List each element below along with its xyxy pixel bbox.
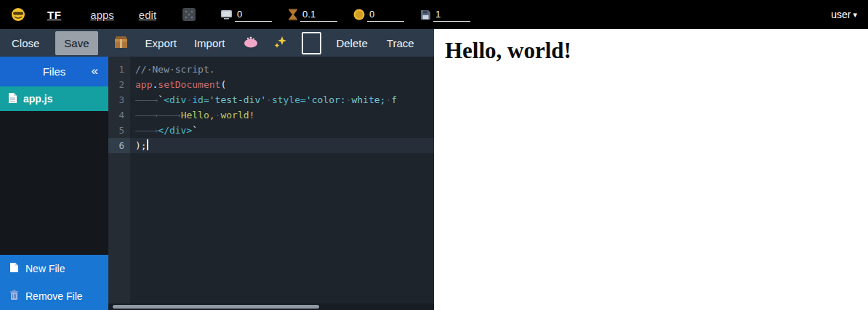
line-number: 6 <box>108 138 130 153</box>
coin-counter-value[interactable]: 0 <box>367 8 404 22</box>
save-button[interactable]: Save <box>55 31 97 55</box>
code-line[interactable]: 1//·New·script. <box>108 62 434 77</box>
hourglass-counter: 0.1 <box>288 8 337 22</box>
files-panel-title: Files <box>43 65 66 78</box>
floppy-counter-value[interactable]: 1 <box>433 8 470 22</box>
hourglass-icon <box>288 9 298 20</box>
package-button[interactable] <box>114 36 128 51</box>
line-number: 5 <box>108 123 130 138</box>
topbar: TF apps edit 0 0.1 0 1 user ▾ <box>0 0 868 29</box>
blank-button[interactable] <box>302 32 321 54</box>
coin-counter: 0 <box>353 8 404 22</box>
import-button[interactable]: Import <box>194 37 225 49</box>
file-list-empty-area <box>0 111 108 255</box>
soap-icon <box>244 36 258 50</box>
line-number: 4 <box>108 107 130 123</box>
line-number: 3 <box>108 92 130 107</box>
close-button[interactable]: Close <box>12 37 39 49</box>
file-icon <box>8 92 17 106</box>
delete-button[interactable]: Delete <box>336 37 367 49</box>
grid-icon[interactable] <box>182 8 196 21</box>
sparkles-icon <box>274 36 287 51</box>
code-editor[interactable]: 1//·New·script.2app.setDocument(3———→`<d… <box>108 57 434 310</box>
remove-file-label: Remove File <box>25 290 83 302</box>
code-line[interactable]: 5———→</div>` <box>108 123 434 138</box>
code-line[interactable]: 2app.setDocument( <box>108 77 434 92</box>
hourglass-counter-value[interactable]: 0.1 <box>300 8 337 22</box>
package-icon <box>114 36 128 51</box>
floppy-counter: 1 <box>420 8 470 22</box>
caret-down-icon: ▾ <box>853 10 857 20</box>
preview-heading: Hello, world! <box>445 38 868 64</box>
nav-edit-link[interactable]: edit <box>139 9 156 21</box>
soap-button[interactable] <box>244 36 258 50</box>
user-menu-label: user <box>831 9 851 20</box>
sparkles-button[interactable] <box>274 36 287 51</box>
brand-link[interactable]: TF <box>47 9 61 21</box>
file-name: app.js <box>23 93 52 105</box>
new-file-icon <box>9 262 19 275</box>
code-lines: 1//·New·script.2app.setDocument(3———→`<d… <box>108 57 434 153</box>
monitor-counter-value[interactable]: 0 <box>235 8 272 22</box>
coin-icon <box>353 9 365 20</box>
new-file-label: New File <box>25 263 65 274</box>
line-content: //·New·script. <box>130 62 434 77</box>
user-menu[interactable]: user ▾ <box>831 9 857 20</box>
remove-file-button[interactable]: Remove File <box>0 282 108 310</box>
preview-pane: Hello, world! <box>434 29 868 310</box>
text-cursor <box>147 139 148 150</box>
workspace: Files « app.js New File Remove File 1//·… <box>0 57 434 310</box>
line-content: ———→———→Hello,·world! <box>130 107 434 123</box>
files-panel-header: Files « <box>0 57 108 86</box>
line-content: ); <box>130 138 434 153</box>
line-content: ———→`<div·id='test-div'·style='color:·wh… <box>130 92 434 107</box>
trash-icon <box>9 290 19 303</box>
face-icon[interactable] <box>11 7 25 22</box>
horizontal-scrollbar-track[interactable] <box>108 303 434 310</box>
line-number: 2 <box>108 77 130 92</box>
monitor-counter: 0 <box>220 8 272 22</box>
nav-apps-link[interactable]: apps <box>90 9 114 21</box>
line-content: app.setDocument( <box>130 77 434 92</box>
code-line[interactable]: 6); <box>108 138 434 153</box>
new-file-button[interactable]: New File <box>0 255 108 282</box>
code-line[interactable]: 4———→———→Hello,·world! <box>108 107 434 123</box>
line-content: ———→</div>` <box>130 123 434 138</box>
trace-button[interactable]: Trace <box>387 37 414 49</box>
export-button[interactable]: Export <box>145 37 177 49</box>
horizontal-scrollbar-thumb[interactable] <box>113 305 319 309</box>
collapse-sidebar-button[interactable]: « <box>92 64 98 78</box>
file-item-appjs[interactable]: app.js <box>0 86 108 111</box>
line-number: 1 <box>108 62 130 77</box>
monitor-icon <box>220 9 233 20</box>
editor-toolbar: Close Save Export Import Delete Trace <box>0 29 434 57</box>
file-sidebar: Files « app.js New File Remove File <box>0 57 108 310</box>
floppy-icon <box>420 9 431 20</box>
code-line[interactable]: 3———→`<div·id='test-div'·style='color:·w… <box>108 92 434 107</box>
